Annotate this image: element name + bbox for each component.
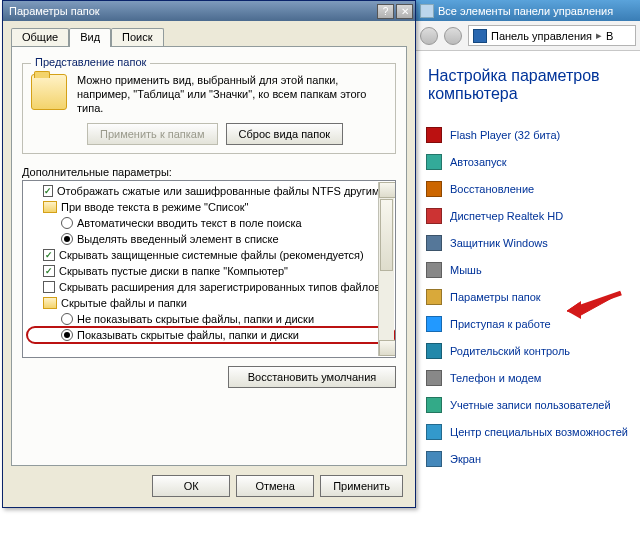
tree-row-label: Скрытые файлы и папки	[61, 297, 187, 309]
chevron-right-icon: ▸	[596, 29, 602, 42]
cp-item[interactable]: Экран	[426, 445, 640, 472]
radio[interactable]	[61, 233, 73, 245]
cp-item-icon	[426, 154, 442, 170]
tree-row[interactable]: При вводе текста в режиме "Список"	[27, 199, 395, 215]
close-button[interactable]: ✕	[396, 4, 413, 19]
folder-icon	[43, 297, 57, 309]
tree-row-label: Показывать скрытые файлы, папки и диски	[77, 329, 299, 341]
breadcrumb-text: Панель управления	[491, 30, 592, 42]
cp-item[interactable]: Защитник Windows	[426, 229, 640, 256]
cp-item-label: Экран	[450, 453, 481, 465]
forward-button[interactable]	[444, 27, 462, 45]
cp-item-icon	[426, 370, 442, 386]
back-button[interactable]	[420, 27, 438, 45]
control-panel-window: Все элементы панели управления Панель уп…	[416, 0, 640, 537]
cp-item-label: Автозапуск	[450, 156, 507, 168]
apply-to-folders-button[interactable]: Применить к папкам	[87, 123, 218, 145]
tree-row-label: Не показывать скрытые файлы, папки и дис…	[77, 313, 314, 325]
checkbox[interactable]	[43, 281, 55, 293]
tree-row[interactable]: Автоматически вводить текст в поле поиск…	[27, 215, 395, 231]
tree-row-label: При вводе текста в режиме "Список"	[61, 201, 248, 213]
tree-row[interactable]: Выделять введенный элемент в списке	[27, 231, 395, 247]
apply-button[interactable]: Применить	[320, 475, 403, 497]
cp-item-list: Flash Player (32 бита)АвтозапускВосстано…	[416, 121, 640, 472]
cp-item[interactable]: Автозапуск	[426, 148, 640, 175]
help-button[interactable]: ?	[377, 4, 394, 19]
tab-search[interactable]: Поиск	[111, 28, 163, 47]
tree-row[interactable]: Показывать скрытые файлы, папки и диски	[27, 327, 395, 343]
tree-row-label: Скрывать пустые диски в папке "Компьютер…	[59, 265, 288, 277]
cp-item[interactable]: Диспетчер Realtek HD	[426, 202, 640, 229]
folder-views-group: Представление папок Можно применить вид,…	[22, 63, 396, 154]
cp-title: Все элементы панели управления	[438, 5, 613, 17]
radio[interactable]	[61, 329, 73, 341]
cp-item[interactable]: Родительский контроль	[426, 337, 640, 364]
cp-item-label: Приступая к работе	[450, 318, 551, 330]
advanced-settings-tree[interactable]: Отображать сжатые или зашифрованные файл…	[22, 180, 396, 358]
cp-item-icon	[426, 343, 442, 359]
cp-item-label: Параметры папок	[450, 291, 541, 303]
folder-options-dialog: Параметры папок ? ✕ Общие Вид Поиск Пред…	[2, 0, 416, 508]
cp-item-icon	[426, 397, 442, 413]
cp-item-label: Мышь	[450, 264, 482, 276]
tree-row[interactable]: Скрывать пустые диски в папке "Компьютер…	[27, 263, 395, 279]
ok-button[interactable]: ОК	[152, 475, 230, 497]
cp-item[interactable]: Параметры папок	[426, 283, 640, 310]
radio[interactable]	[61, 217, 73, 229]
cp-item-icon	[426, 127, 442, 143]
scrollbar[interactable]: ▲ ▼	[378, 182, 394, 356]
scroll-thumb[interactable]	[380, 199, 393, 271]
tree-row-label: Скрывать расширения для зарегистрированн…	[59, 281, 380, 293]
control-panel-small-icon	[473, 29, 487, 43]
tree-row-label: Автоматически вводить текст в поле поиск…	[77, 217, 302, 229]
cp-item-icon	[426, 316, 442, 332]
tree-row[interactable]: Отображать сжатые или зашифрованные файл…	[27, 183, 395, 199]
checkbox[interactable]	[43, 249, 55, 261]
cp-item-icon	[426, 235, 442, 251]
group-description: Можно применить вид, выбранный для этой …	[77, 74, 387, 115]
cp-item[interactable]: Учетные записи пользователей	[426, 391, 640, 418]
cp-item[interactable]: Телефон и модем	[426, 364, 640, 391]
cp-item[interactable]: Приступая к работе	[426, 310, 640, 337]
cancel-button[interactable]: Отмена	[236, 475, 314, 497]
cp-item-icon	[426, 451, 442, 467]
radio[interactable]	[61, 313, 73, 325]
tree-row-label: Отображать сжатые или зашифрованные файл…	[57, 185, 396, 197]
tab-strip: Общие Вид Поиск	[11, 28, 407, 47]
cp-item-label: Диспетчер Realtek HD	[450, 210, 563, 222]
cp-item-label: Flash Player (32 бита)	[450, 129, 560, 141]
cp-item[interactable]: Flash Player (32 бита)	[426, 121, 640, 148]
tree-row[interactable]: Скрывать расширения для зарегистрированн…	[27, 279, 395, 295]
cp-item-label: Защитник Windows	[450, 237, 548, 249]
tab-general[interactable]: Общие	[11, 28, 69, 47]
cp-item-label: Восстановление	[450, 183, 534, 195]
cp-item-icon	[426, 181, 442, 197]
cp-item[interactable]: Восстановление	[426, 175, 640, 202]
tab-view[interactable]: Вид	[69, 28, 111, 47]
tree-row[interactable]: Скрывать защищенные системные файлы (рек…	[27, 247, 395, 263]
dialog-button-row: ОК Отмена Применить	[152, 475, 403, 497]
dialog-title: Параметры папок	[9, 5, 375, 17]
scroll-down-button[interactable]: ▼	[379, 340, 396, 356]
advanced-settings-label: Дополнительные параметры:	[22, 166, 396, 178]
cp-item[interactable]: Мышь	[426, 256, 640, 283]
restore-defaults-button[interactable]: Восстановить умолчания	[228, 366, 396, 388]
checkbox[interactable]	[43, 265, 55, 277]
cp-titlebar: Все элементы панели управления	[416, 0, 640, 21]
breadcrumb[interactable]: Панель управления ▸ В	[468, 25, 636, 46]
cp-item-icon	[426, 262, 442, 278]
cp-item-icon	[426, 424, 442, 440]
cp-item-icon	[426, 208, 442, 224]
scroll-up-button[interactable]: ▲	[379, 182, 396, 198]
cp-item-label: Родительский контроль	[450, 345, 570, 357]
reset-folders-button[interactable]: Сброс вида папок	[226, 123, 344, 145]
cp-navbar: Панель управления ▸ В	[416, 21, 640, 51]
tree-row[interactable]: Скрытые файлы и папки	[27, 295, 395, 311]
cp-item-label: Учетные записи пользователей	[450, 399, 611, 411]
cp-item[interactable]: Центр специальных возможностей	[426, 418, 640, 445]
checkbox[interactable]	[43, 185, 53, 197]
breadcrumb-next: В	[606, 30, 613, 42]
tree-row-label: Выделять введенный элемент в списке	[77, 233, 279, 245]
tab-view-panel: Представление папок Можно применить вид,…	[11, 46, 407, 466]
tree-row[interactable]: Не показывать скрытые файлы, папки и дис…	[27, 311, 395, 327]
